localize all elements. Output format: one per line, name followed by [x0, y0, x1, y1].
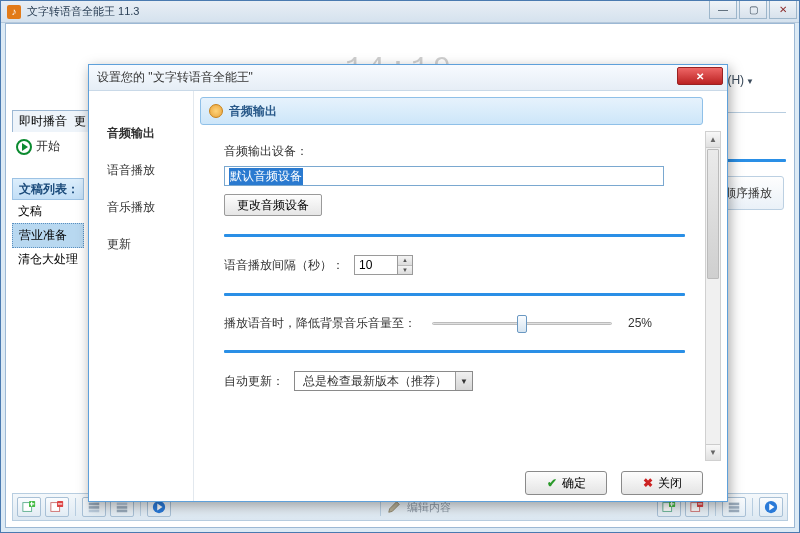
app-window: ♪ 文字转语音全能王 11.3 — ▢ ✕ 14:19 助(H)▼ 顺序播放 即…	[0, 0, 800, 533]
speaker-icon	[209, 104, 223, 118]
bg-volume-value: 25%	[628, 316, 652, 330]
bg-volume-slider[interactable]	[432, 314, 612, 332]
toolbar-add-button[interactable]	[17, 497, 41, 517]
toolbar-play-button-2[interactable]	[759, 497, 783, 517]
svg-rect-9	[117, 510, 128, 513]
play-icon	[16, 139, 32, 155]
dialog-close-button[interactable]	[677, 67, 723, 85]
app-logo-icon: ♪	[7, 5, 21, 19]
nav-voice-play[interactable]: 语音播放	[89, 152, 193, 189]
dialog-title: 设置您的 "文字转语音全能王"	[97, 69, 253, 86]
settings-dialog: 设置您的 "文字转语音全能王" 音频输出 语音播放 音乐播放 更新 音频输出	[88, 64, 728, 502]
pencil-icon	[387, 500, 401, 514]
check-icon: ✔	[547, 476, 557, 490]
auto-update-combo[interactable]: 总是检查最新版本（推荐） ▼	[294, 371, 473, 391]
nav-music-play[interactable]: 音乐播放	[89, 189, 193, 226]
doclist: 文稿 营业准备 清仓大处理	[12, 200, 84, 271]
ok-button[interactable]: ✔ 确定	[525, 471, 607, 495]
interval-label: 语音播放间隔（秒）：	[224, 257, 344, 274]
svg-rect-5	[89, 506, 100, 509]
doclist-header: 文稿列表：	[12, 178, 84, 200]
change-device-button[interactable]: 更改音频设备	[224, 194, 322, 216]
start-button[interactable]: 开始	[16, 138, 60, 155]
nav-update[interactable]: 更新	[89, 226, 193, 263]
svg-rect-8	[117, 506, 128, 509]
dialog-titlebar[interactable]: 设置您的 "文字转语音全能王"	[89, 65, 727, 91]
scroll-thumb[interactable]	[707, 149, 719, 279]
chevron-down-icon[interactable]: ▼	[455, 372, 472, 390]
dialog-content: 音频输出设备： 默认音频设备 更改音频设备 语音播放间隔（秒）：	[200, 131, 703, 461]
svg-rect-4	[89, 503, 100, 506]
window-close-button[interactable]: ✕	[769, 1, 797, 19]
window-titlebar[interactable]: ♪ 文字转语音全能王 11.3 — ▢ ✕	[1, 1, 799, 23]
svg-rect-7	[117, 503, 128, 506]
divider	[224, 293, 685, 296]
doclist-item[interactable]: 清仓大处理	[12, 248, 84, 271]
interval-spinner[interactable]: ▲ ▼	[354, 255, 413, 275]
nav-audio-output[interactable]: 音频输出	[89, 115, 193, 152]
toolbar-separator	[752, 498, 753, 516]
spinner-down-button[interactable]: ▼	[398, 266, 412, 275]
svg-rect-17	[729, 510, 740, 513]
section-title: 音频输出	[200, 97, 703, 125]
window-title: 文字转语音全能王 11.3	[27, 4, 139, 19]
bg-volume-label: 播放语音时，降低背景音乐音量至：	[224, 315, 416, 332]
scroll-up-button[interactable]: ▲	[706, 132, 720, 148]
device-label: 音频输出设备：	[224, 143, 685, 160]
audio-device-input[interactable]: 默认音频设备	[224, 166, 664, 186]
app-body: 14:19 助(H)▼ 顺序播放 即时播音 更 开始 文稿列表： 文稿 营业准备…	[5, 23, 795, 528]
window-maximize-button[interactable]: ▢	[739, 1, 767, 19]
svg-rect-16	[729, 506, 740, 509]
auto-update-label: 自动更新：	[224, 373, 284, 390]
scroll-down-button[interactable]: ▼	[706, 444, 720, 460]
dropdown-icon: ▼	[746, 77, 754, 86]
svg-rect-15	[729, 503, 740, 506]
spinner-up-button[interactable]: ▲	[398, 256, 412, 266]
doclist-item[interactable]: 文稿	[12, 200, 84, 223]
close-button[interactable]: ✖ 关闭	[621, 471, 703, 495]
toolbar-separator	[75, 498, 76, 516]
tab-instant-play[interactable]: 即时播音	[12, 110, 72, 132]
divider	[224, 234, 685, 237]
slider-knob[interactable]	[517, 315, 527, 333]
toolbar-remove-button[interactable]	[45, 497, 69, 517]
dialog-nav: 音频输出 语音播放 音乐播放 更新	[89, 91, 193, 501]
interval-input[interactable]	[355, 256, 397, 274]
window-minimize-button[interactable]: —	[709, 1, 737, 19]
divider	[224, 350, 685, 353]
doclist-item[interactable]: 营业准备	[12, 223, 84, 248]
close-icon: ✖	[643, 476, 653, 490]
dialog-scrollbar[interactable]: ▲ ▼	[705, 131, 721, 461]
svg-rect-6	[89, 510, 100, 513]
